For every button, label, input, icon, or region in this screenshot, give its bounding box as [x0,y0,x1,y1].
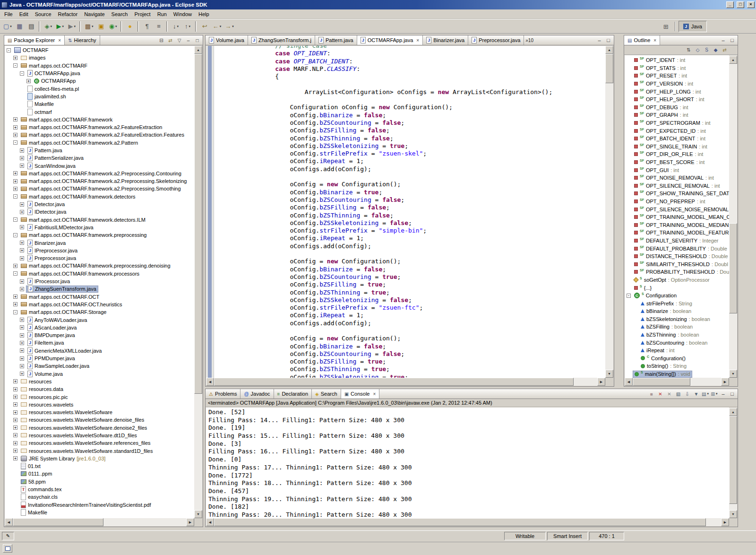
outline-item[interactable]: toString() : String [625,362,729,370]
outline-hscrollbar[interactable]: ◀ ▶ [625,378,729,386]
expander-icon[interactable]: + [20,333,24,338]
tree-item[interactable]: octmarf [5,108,194,115]
tree-item[interactable]: +marf.apps.oct.OCTMARF.OCT [5,293,194,301]
forward-button[interactable]: →▾ [223,21,236,32]
tree-item[interactable]: +JPPMDumper.java [5,355,194,362]
tree-item[interactable]: +resources.wavelets.WaveletSofware.denoi… [5,424,194,432]
tree-item[interactable]: InvitationofResearchInternTraineeVisitin… [5,501,194,509]
expander-icon[interactable]: + [13,441,17,445]
tree-item[interactable]: +JFileItem.java [5,339,194,347]
tree-item[interactable]: +marf.apps.oct.OCTMARF.framework.a2.Prep… [5,185,194,192]
expander-icon[interactable]: - [13,217,17,222]
tree-item[interactable]: +marf.apps.oct.OCTMARF.framework.a2.Prep… [5,170,194,177]
outline-item[interactable]: SFOPT_SINGLE_TRAIN : int [625,143,729,151]
editor-tab-pattern-java[interactable]: JPattern.java [315,35,357,45]
expander-icon[interactable]: - [13,310,17,314]
tree-item[interactable]: 58.ppm [5,478,194,486]
run-button[interactable]: ▶▾ [54,21,66,32]
close-tab-icon[interactable]: × [416,38,419,43]
expander-icon[interactable]: + [13,117,17,121]
tree-item[interactable]: +marf.apps.oct.OCTMARF.OCT.heuristics [5,301,194,308]
expander-icon[interactable]: + [13,295,17,299]
tree-item[interactable]: +marf.apps.oct.OCTMARF.framework.a2.Feat… [5,123,194,131]
scrollbar-thumb[interactable] [605,54,613,83]
menu-edit[interactable]: Edit [16,10,32,18]
tree-item[interactable]: -OCTMARF [5,46,194,54]
outline-item[interactable]: SFOPT_SILENCE_REMOVAL : int [625,182,729,190]
expander-icon[interactable]: + [13,433,17,437]
expander-icon[interactable]: - [13,233,17,237]
tree-item[interactable]: -marf.apps.oct.OCTMARF [5,62,194,69]
menu-window[interactable]: Window [170,10,195,18]
outline-item[interactable]: bZSSkeletonizing : boolean [625,315,729,323]
expander-icon[interactable]: - [13,63,17,68]
tree-item[interactable]: collect-files-meta.pl [5,85,194,92]
scroll-left-icon[interactable]: ◀ [206,518,214,526]
outline-item[interactable]: SFDEFAULT_PROBABILITY : Double [625,244,729,252]
menu-navigate[interactable]: Navigate [81,10,108,18]
outline-item[interactable]: SFOPT_NOISE_REMOVAL : int [625,174,729,182]
console-hscrollbar[interactable]: ◀ ▶ [206,518,729,526]
editor-body[interactable]: // single case case OPT_IDENT: case OPT_… [206,46,605,378]
clear-console-button[interactable]: ▧ [674,390,683,398]
scroll-left-icon[interactable]: ◀ [5,518,13,526]
tree-item[interactable]: +marf.apps.oct.OCTMARF.framework.preproc… [5,262,194,269]
package-explorer-vscrollbar[interactable]: ▲ ▼ [194,46,202,518]
outline-item[interactable]: SFOPT_BATCH_IDENT : int [625,135,729,143]
tree-item[interactable]: +JGenericMetaXMLLoader.java [5,347,194,355]
expander-icon[interactable]: + [13,125,17,130]
editor-tab-binarizer-java[interactable]: JBinarizer.java [423,35,468,45]
save-button[interactable]: ▦ [14,21,26,32]
expander-icon[interactable]: - [13,194,17,199]
outline-item[interactable]: SFOPT_SILENCE_NOISE_REMOVAL [625,205,729,213]
console-output[interactable]: Done. [52]Filling Pass: 14... Filling1: … [206,408,729,518]
outline-item[interactable]: SFOPT_TRAINING_MODEL_FEATUR [625,229,729,237]
scrollbar-thumb[interactable] [214,518,706,526]
tab-search[interactable]: ◈Search [312,389,341,399]
outline-item[interactable]: SFOPT_GUI : int [625,166,729,174]
collapse-all-button[interactable]: ⊟ [157,36,166,44]
scroll-down-icon[interactable]: ▼ [605,370,613,378]
tree-item[interactable]: +JScanWindow.java [5,162,194,169]
print-button[interactable]: ▤ [26,21,37,32]
scroll-right-icon[interactable]: ▶ [721,518,729,526]
outline-item[interactable]: SFOPT_HELP_LONG : int [625,87,729,95]
mark-occurrences-button[interactable]: ¶ [141,21,153,32]
hide-static-members-button[interactable]: S [702,46,711,54]
outline-item[interactable]: SFOPT_GRAPH : int [625,111,729,119]
expander-icon[interactable]: + [20,241,24,245]
close-tab-icon[interactable]: × [373,391,376,397]
scroll-right-icon[interactable]: ▶ [597,378,605,386]
expander-icon[interactable]: - [627,294,631,298]
remove-all-terminated-button[interactable]: ✕ [665,390,674,398]
expander-icon[interactable]: + [20,156,24,160]
outline-item[interactable]: strFilePrefix : String [625,299,729,307]
tree-item[interactable]: -marf.apps.oct.OCTMARF.Storage [5,308,194,316]
scroll-right-icon[interactable]: ▶ [721,378,729,386]
scroll-up-icon[interactable]: ▲ [729,408,737,416]
tree-item[interactable]: +resources.pic.pic [5,393,194,400]
scroll-up-icon[interactable]: ▲ [194,46,202,54]
tab-problems[interactable]: ⚠Problems [206,389,241,399]
outline-item[interactable]: SFSIMILARITY_THRESHOLD : Doubl [625,260,729,268]
tree-item[interactable]: +JBinarizer.java [5,239,194,246]
outline-item[interactable]: SFOPT_BEST_SCORE : int [625,158,729,166]
expander-icon[interactable]: + [13,418,17,422]
scrollbar-thumb[interactable] [729,416,737,504]
tree-item[interactable]: +JRawSampleLoader.java [5,362,194,370]
expander-icon[interactable]: + [13,56,17,60]
new-java-package-button[interactable]: ▣ [95,21,107,32]
expander-icon[interactable]: + [20,325,24,330]
tree-item[interactable]: +resources.wavelets.WaveletSofware.denoi… [5,416,194,424]
search-button[interactable]: ● [124,21,136,32]
outline-item[interactable]: bBinarize : boolean [625,307,729,315]
tab-console[interactable]: ▣Console× [341,389,380,399]
expander-icon[interactable]: + [13,179,17,183]
tree-item[interactable]: +COCTMARFApp [5,77,194,85]
tree-item[interactable]: +resources.wavelets.WaveletSofware.dt1D_… [5,432,194,439]
hide-non-public-members-button[interactable]: ◆ [711,46,720,54]
outline-item[interactable]: CConfiguration() [625,355,729,363]
expander-icon[interactable]: + [13,387,17,391]
outline-item[interactable]: iRepeat : int [625,347,729,355]
outline-item[interactable]: bZSFilling : boolean [625,323,729,331]
